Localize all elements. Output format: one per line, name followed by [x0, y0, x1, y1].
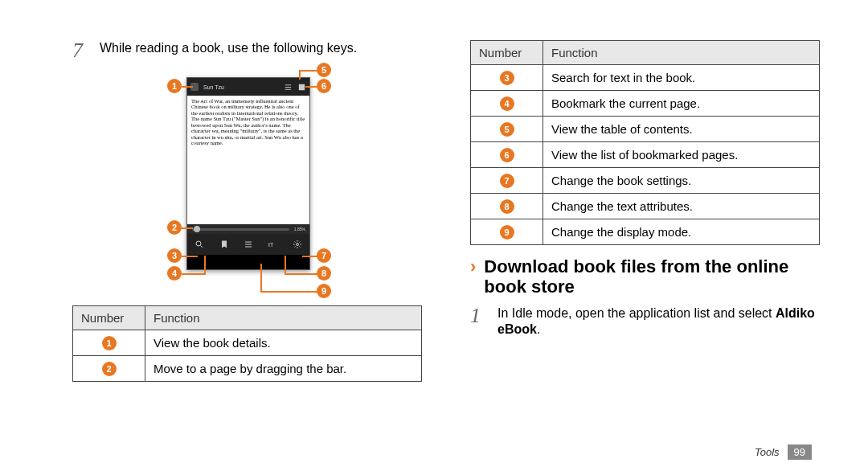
function-table-1: Number Function 1 View the book details.… [72, 305, 422, 382]
num-badge: 9 [500, 225, 514, 240]
bookmark-icon [219, 240, 229, 249]
callout-6: 6 [317, 79, 331, 93]
table-row: 8 Change the text attributes. [471, 194, 820, 219]
table-row: 7 Change the book settings. [471, 168, 820, 194]
table-row: 9 Change the display mode. [471, 219, 820, 245]
callout-5: 5 [317, 63, 331, 77]
num-badge: 7 [500, 174, 514, 188]
table-row: 5 View the table of contents. [471, 117, 820, 142]
step-text: While reading a book, use the following … [100, 40, 357, 57]
callout-1: 1 [167, 79, 182, 93]
text-size-icon: tT [268, 240, 277, 249]
function-cell: Change the book settings. [543, 168, 820, 194]
function-cell: View the book details. [145, 330, 422, 356]
col-function-header: Function [543, 41, 820, 65]
book-title-label: Sun Tzu [203, 84, 224, 90]
function-cell: View the table of contents. [543, 117, 820, 142]
step-number: 1 [470, 305, 486, 326]
function-cell: Change the text attributes. [543, 194, 820, 219]
footer-section: Tools [755, 446, 780, 458]
step-number: 7 [72, 40, 88, 61]
callout-7: 7 [317, 248, 331, 263]
toc-top-icon [284, 83, 293, 92]
search-icon [194, 240, 204, 249]
callout-9: 9 [317, 284, 331, 298]
num-badge: 5 [500, 122, 514, 137]
function-cell: Change the display mode. [543, 219, 820, 245]
function-cell: Search for text in the book. [543, 65, 820, 91]
function-cell: Move to a page by dragging the bar. [145, 356, 422, 382]
progress-bar: 1.85% [187, 224, 309, 234]
svg-point-2 [296, 244, 298, 246]
step-text: In Idle mode, open the application list … [497, 305, 820, 339]
progress-slider [192, 228, 289, 231]
table-row: 4 Bookmark the current page. [471, 91, 820, 117]
footer-page-number: 99 [788, 444, 812, 460]
progress-percent: 1.85% [294, 227, 309, 231]
section-heading: › Download book files from the online bo… [470, 256, 820, 297]
ereader-diagram: 1 2 3 4 5 6 7 8 9 [100, 68, 422, 301]
step-text-suffix: . [537, 322, 540, 336]
section-heading-text: Download book files from the online book… [484, 256, 820, 297]
num-badge: 8 [500, 199, 514, 214]
page-footer: Tools 99 [755, 444, 812, 460]
step-text-prefix: In Idle mode, open the application list … [497, 306, 776, 320]
table-row: 3 Search for text in the book. [471, 65, 820, 91]
callout-4: 4 [167, 266, 182, 281]
num-badge: 2 [102, 362, 117, 376]
num-badge: 3 [500, 71, 514, 85]
chevron-icon: › [470, 256, 476, 276]
num-badge: 4 [500, 96, 514, 111]
reader-toolbar: tT [187, 234, 309, 255]
step-7: 7 While reading a book, use the followin… [72, 40, 422, 61]
callout-3: 3 [167, 248, 182, 263]
function-cell: Bookmark the current page. [543, 91, 820, 117]
svg-point-0 [196, 241, 201, 246]
gear-icon [293, 240, 302, 249]
num-badge: 1 [102, 336, 117, 350]
reader-topbar: Sun Tzu [187, 78, 309, 96]
callout-2: 2 [167, 220, 182, 235]
callout-8: 8 [317, 266, 331, 281]
num-badge: 6 [500, 148, 514, 162]
function-table-2: Number Function 3 Search for text in the… [470, 40, 820, 245]
table-row: 6 View the list of bookmarked pages. [471, 142, 820, 168]
reader-page: The Art of War, an immensely influential… [187, 96, 309, 224]
list-icon [244, 240, 253, 249]
col-function-header: Function [145, 306, 422, 330]
phone-mock: Sun Tzu The Art of War, an immensely inf… [186, 77, 310, 270]
col-number-header: Number [471, 41, 543, 65]
table-row: 1 View the book details. [73, 330, 422, 356]
step-1: 1 In Idle mode, open the application lis… [470, 305, 820, 339]
svg-text:tT: tT [268, 242, 274, 248]
function-cell: View the list of bookmarked pages. [543, 142, 820, 168]
col-number-header: Number [73, 306, 145, 330]
table-row: 2 Move to a page by dragging the bar. [73, 356, 422, 382]
